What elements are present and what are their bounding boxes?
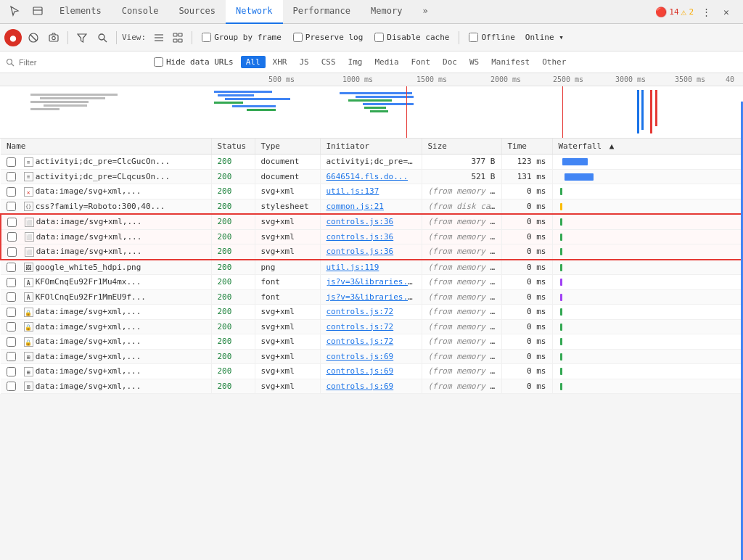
- filter-xhr-button[interactable]: XHR: [268, 56, 292, 68]
- stop-button[interactable]: [25, 29, 42, 46]
- row-checkbox[interactable]: [7, 382, 16, 391]
- filter-css-button[interactable]: CSS: [316, 56, 341, 68]
- cell-type: svg+xml: [255, 184, 320, 199]
- row-checkbox[interactable]: [7, 337, 16, 347]
- tab-performance[interactable]: Performance: [283, 0, 361, 24]
- initiator-link[interactable]: js?v=3&libraries...: [327, 277, 418, 287]
- filter-other-button[interactable]: Other: [537, 56, 571, 68]
- initiator-link[interactable]: controls.js:69: [327, 366, 394, 376]
- table-row[interactable]: AKFOlCnqEu92Fr1MmEU9f... 200 font js?v=3…: [1, 289, 742, 305]
- initiator-link[interactable]: 6646514.fls.do...: [327, 172, 409, 181]
- more-options-button[interactable]: ⋮: [698, 4, 714, 20]
- table-row[interactable]: 🖼google_white5_hdpi.png 200 png util.js:…: [1, 260, 742, 275]
- table-row[interactable]: ⊞data:image/svg+xml,... 200 svg+xml cont…: [1, 379, 742, 394]
- view-tree-button[interactable]: [169, 29, 186, 46]
- type-value: svg+xml: [261, 352, 295, 361]
- view-list-button[interactable]: [150, 29, 168, 46]
- initiator-link[interactable]: js?v=3&libraries...: [327, 292, 418, 302]
- row-checkbox[interactable]: [7, 308, 16, 317]
- row-checkbox[interactable]: [7, 352, 16, 361]
- table-row[interactable]: 🔒data:image/svg+xml,... 200 svg+xml cont…: [1, 305, 742, 320]
- preserve-log-label[interactable]: Preserve log: [305, 33, 363, 42]
- filter-img-button[interactable]: Img: [343, 56, 368, 68]
- initiator-link[interactable]: controls.js:72: [327, 307, 394, 316]
- cell-time: 0 ms: [501, 349, 552, 364]
- col-status[interactable]: Status: [211, 139, 255, 155]
- table-row[interactable]: ✕data:image/svg+xml,... 200 svg+xml util…: [1, 184, 742, 199]
- row-checkbox[interactable]: [7, 202, 16, 211]
- row-checkbox[interactable]: [7, 247, 17, 257]
- row-checkbox[interactable]: [7, 157, 16, 167]
- filter-button[interactable]: [73, 29, 91, 46]
- table-row[interactable]: ≡activityi;dc_pre=ClcGucOn... 200 docume…: [1, 155, 742, 170]
- initiator-link[interactable]: controls.js:36: [327, 232, 394, 242]
- filter-doc-button[interactable]: Doc: [438, 56, 462, 68]
- col-name[interactable]: Name: [1, 139, 211, 155]
- hide-data-urls-checkbox[interactable]: [154, 57, 163, 67]
- filter-all-button[interactable]: All: [241, 56, 266, 68]
- camera-button[interactable]: [45, 29, 62, 46]
- row-checkbox[interactable]: [7, 232, 17, 242]
- close-devtools-button[interactable]: ✕: [718, 4, 734, 20]
- offline-label[interactable]: Offline: [481, 33, 514, 42]
- initiator-link[interactable]: util.js:137: [327, 186, 379, 196]
- tab-elements[interactable]: Elements: [49, 0, 112, 24]
- table-row[interactable]: ⬜data:image/svg+xml,... 200 svg+xml cont…: [1, 229, 742, 244]
- col-type[interactable]: Type: [255, 139, 320, 155]
- group-by-frame-checkbox[interactable]: [202, 33, 211, 42]
- devtools-cursor-icon[interactable]: [3, 0, 26, 24]
- record-button[interactable]: ●: [4, 29, 22, 46]
- table-row[interactable]: 🔒data:image/svg+xml,... 200 svg+xml cont…: [1, 334, 742, 350]
- tab-more[interactable]: »: [412, 0, 438, 24]
- svg-rect-4: [49, 35, 58, 41]
- row-checkbox[interactable]: [7, 322, 16, 332]
- table-row[interactable]: 🔒data:image/svg+xml,... 200 svg+xml cont…: [1, 319, 742, 334]
- table-row[interactable]: AKFOmCnqEu92Fr1Mu4mx... 200 font js?v=3&…: [1, 275, 742, 290]
- hide-data-urls-label[interactable]: Hide data URLs: [166, 57, 234, 67]
- disable-cache-label[interactable]: Disable cache: [387, 33, 449, 42]
- table-row[interactable]: ⊞data:image/svg+xml,... 200 svg+xml cont…: [1, 349, 742, 364]
- tab-sources[interactable]: Sources: [168, 0, 226, 24]
- initiator-link[interactable]: util.js:119: [327, 263, 379, 272]
- table-row[interactable]: ⊞data:image/svg+xml,... 200 svg+xml cont…: [1, 364, 742, 379]
- filter-media-button[interactable]: Media: [369, 56, 403, 68]
- row-checkbox[interactable]: [7, 187, 16, 197]
- filter-font-button[interactable]: Font: [406, 56, 436, 68]
- initiator-link[interactable]: controls.js:36: [327, 217, 394, 226]
- offline-checkbox[interactable]: [469, 33, 478, 42]
- waterfall-chart-area[interactable]: [0, 86, 743, 139]
- row-checkbox[interactable]: [7, 292, 16, 302]
- col-size[interactable]: Size: [422, 139, 501, 155]
- online-dropdown[interactable]: Online ▾: [522, 29, 567, 46]
- initiator-link[interactable]: controls.js:36: [327, 247, 394, 256]
- col-waterfall[interactable]: Waterfall ▲: [552, 139, 742, 155]
- row-checkbox[interactable]: [7, 278, 16, 287]
- initiator-link[interactable]: controls.js:72: [327, 322, 394, 332]
- tab-console[interactable]: Console: [112, 0, 169, 24]
- filter-ws-button[interactable]: WS: [464, 56, 484, 68]
- table-row[interactable]: ⬜data:image/svg+xml,... 200 svg+xml cont…: [1, 214, 742, 229]
- disable-cache-checkbox[interactable]: [374, 33, 384, 42]
- tab-network[interactable]: Network: [226, 0, 283, 24]
- col-time[interactable]: Time: [501, 139, 552, 155]
- row-checkbox[interactable]: [7, 263, 16, 272]
- search-button[interactable]: [94, 29, 111, 46]
- row-checkbox[interactable]: [7, 218, 17, 227]
- table-row[interactable]: ≡activityi;dc_pre=CLqcusOn... 200 docume…: [1, 169, 742, 184]
- group-by-frame-label[interactable]: Group by frame: [214, 33, 282, 42]
- initiator-link[interactable]: controls.js:72: [327, 337, 394, 346]
- table-row[interactable]: ⬜data:image/svg+xml,... 200 svg+xml cont…: [1, 244, 742, 260]
- row-checkbox[interactable]: [7, 172, 16, 181]
- filter-manifest-button[interactable]: Manifest: [486, 56, 535, 68]
- tab-memory[interactable]: Memory: [361, 0, 412, 24]
- preserve-log-checkbox[interactable]: [293, 33, 303, 42]
- table-row[interactable]: {}css?family=Roboto:300,40... 200 styles…: [1, 199, 742, 214]
- initiator-link[interactable]: common.js:21: [327, 202, 384, 211]
- row-checkbox[interactable]: [7, 367, 16, 376]
- initiator-link[interactable]: controls.js:69: [327, 382, 394, 391]
- filter-input[interactable]: [19, 58, 149, 67]
- devtools-dock-icon[interactable]: [26, 0, 49, 24]
- initiator-link[interactable]: controls.js:69: [327, 352, 394, 361]
- filter-js-button[interactable]: JS: [294, 56, 313, 68]
- col-initiator[interactable]: Initiator: [320, 139, 422, 155]
